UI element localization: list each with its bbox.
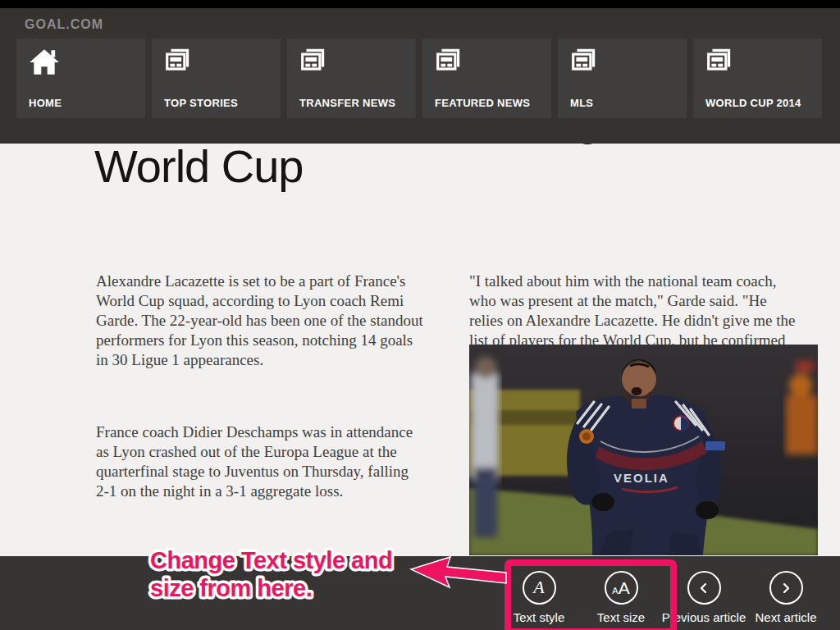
news-icon — [705, 48, 735, 74]
app-brand: GOAL.COM — [25, 17, 103, 32]
bottom-appbar: A Text style AA Text size Previous artic… — [0, 556, 840, 630]
nav-tiles: HOME TOP STORIES — [16, 39, 822, 118]
nav-tile-label: WORLD CUP 2014 — [705, 97, 801, 109]
top-navbar: GOAL.COM HOME TOP STORIES — [0, 0, 840, 144]
home-icon — [29, 48, 60, 75]
news-icon — [164, 48, 194, 74]
news-icon — [299, 48, 329, 74]
article-headline: World Cup — [94, 144, 304, 189]
news-icon — [570, 48, 600, 74]
annotation-highlight-rect — [504, 559, 677, 630]
chevron-right-icon — [769, 571, 803, 605]
nav-tile-mls[interactable]: MLS — [558, 39, 687, 118]
nav-tile-featured-news[interactable]: FEATURED NEWS — [422, 39, 551, 118]
news-icon — [435, 48, 464, 74]
app-screen: g World Cup Alexandre Lacazette is set t… — [0, 0, 840, 630]
nav-tile-label: FEATURED NEWS — [435, 97, 530, 109]
nav-tile-label: MLS — [570, 97, 593, 109]
nav-tile-transfer-news[interactable]: TRANSFER NEWS — [287, 39, 416, 118]
next-article-button[interactable]: Next article — [728, 571, 840, 624]
button-label: Next article — [755, 610, 816, 624]
paragraph: Alexandre Lacazette is set to be a part … — [96, 272, 469, 370]
nav-tile-label: TOP STORIES — [164, 97, 238, 109]
nav-tile-top-stories[interactable]: TOP STORIES — [152, 39, 281, 118]
nav-tile-home[interactable]: HOME — [16, 39, 145, 118]
nav-tile-label: HOME — [29, 97, 62, 109]
nav-tile-world-cup-2014[interactable]: WORLD CUP 2014 — [693, 39, 822, 118]
nav-tile-label: TRANSFER NEWS — [299, 97, 395, 109]
article-photo: VEOLIA — [469, 345, 818, 555]
paragraph: France coach Didier Deschamps was in att… — [96, 422, 469, 501]
chevron-left-icon — [687, 571, 721, 605]
